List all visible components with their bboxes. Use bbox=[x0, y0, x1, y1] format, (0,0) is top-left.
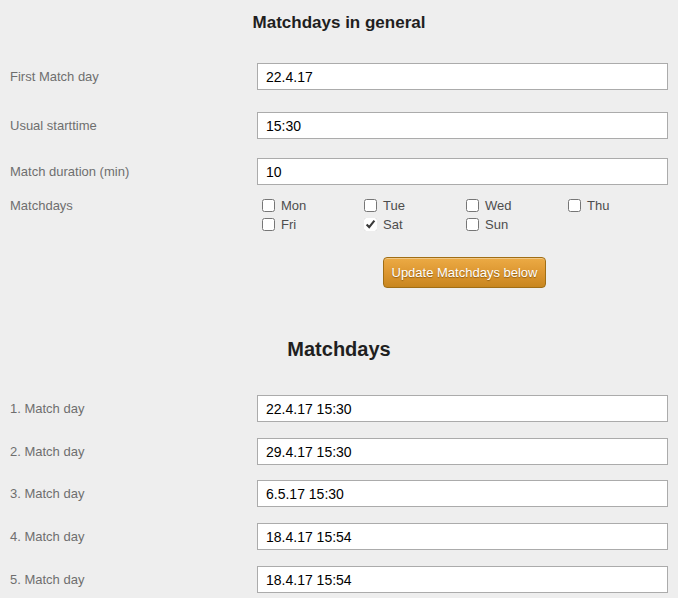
sun-checkbox[interactable] bbox=[466, 218, 479, 231]
match-day-4-input[interactable] bbox=[257, 523, 668, 550]
tue-label: Tue bbox=[383, 199, 405, 212]
update-matchdays-button[interactable]: Update Matchdays below bbox=[383, 257, 546, 288]
wed-checkbox[interactable] bbox=[466, 199, 479, 212]
day-option-fri: Fri bbox=[262, 217, 296, 231]
usual-starttime-input[interactable] bbox=[257, 112, 668, 139]
match-day-1-label: 1. Match day bbox=[10, 402, 84, 416]
sat-checkbox[interactable] bbox=[364, 218, 377, 231]
day-option-thu: Thu bbox=[568, 198, 609, 212]
wed-label: Wed bbox=[485, 199, 512, 212]
match-day-3-label: 3. Match day bbox=[10, 487, 84, 501]
thu-label: Thu bbox=[587, 199, 609, 212]
first-match-day-input[interactable] bbox=[257, 63, 668, 90]
sun-label: Sun bbox=[485, 218, 508, 231]
day-option-sun: Sun bbox=[466, 217, 508, 231]
fri-checkbox[interactable] bbox=[262, 218, 275, 231]
match-day-2-label: 2. Match day bbox=[10, 445, 84, 459]
match-day-4-label: 4. Match day bbox=[10, 530, 84, 544]
sat-label: Sat bbox=[383, 218, 403, 231]
first-match-day-label: First Match day bbox=[10, 70, 99, 84]
match-day-1-input[interactable] bbox=[257, 395, 668, 422]
match-duration-label: Match duration (min) bbox=[10, 165, 129, 179]
match-duration-input[interactable] bbox=[257, 158, 668, 185]
thu-checkbox[interactable] bbox=[568, 199, 581, 212]
tue-checkbox[interactable] bbox=[364, 199, 377, 212]
mon-checkbox[interactable] bbox=[262, 199, 275, 212]
day-option-sat: Sat bbox=[364, 217, 403, 231]
day-option-mon: Mon bbox=[262, 198, 306, 212]
matchdays-section-title: Matchdays bbox=[0, 338, 678, 361]
matchdays-settings-page: Matchdays in general First Match day Usu… bbox=[0, 0, 678, 598]
usual-starttime-label: Usual starttime bbox=[10, 119, 97, 133]
match-day-5-label: 5. Match day bbox=[10, 573, 84, 587]
fri-label: Fri bbox=[281, 218, 296, 231]
match-day-5-input[interactable] bbox=[257, 566, 668, 593]
page-title: Matchdays in general bbox=[0, 13, 678, 33]
matchdays-group-label: Matchdays bbox=[10, 199, 73, 213]
day-option-wed: Wed bbox=[466, 198, 512, 212]
match-day-3-input[interactable] bbox=[257, 480, 668, 507]
day-option-tue: Tue bbox=[364, 198, 405, 212]
match-day-2-input[interactable] bbox=[257, 438, 668, 465]
mon-label: Mon bbox=[281, 199, 306, 212]
